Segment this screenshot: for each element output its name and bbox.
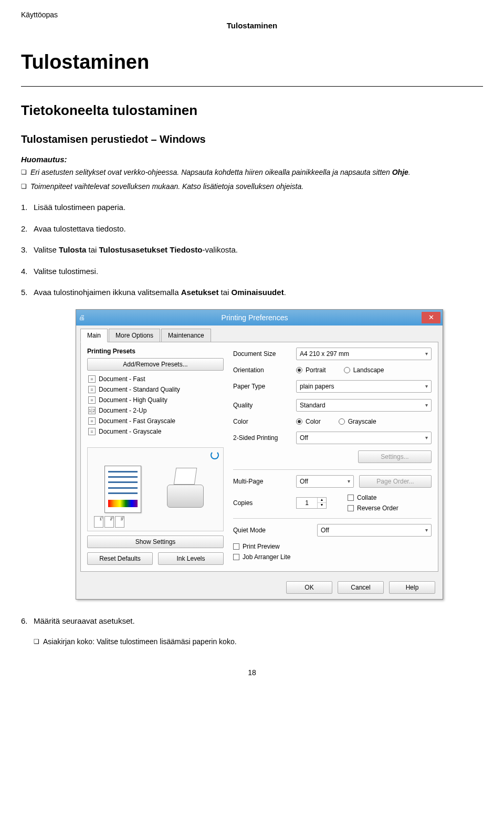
spin-down-icon[interactable]: ▼ <box>318 503 326 508</box>
document-icon: ≡ <box>88 396 96 404</box>
step6-bullet: Asiakirjan koko: Valitse tulostimeen lis… <box>34 636 483 647</box>
list-item[interactable]: ≡Document - High Quality <box>87 395 224 405</box>
document-icon: ≡ <box>88 417 96 425</box>
preset-list: ≡Document - Fast ≡Document - Standard Qu… <box>87 374 224 437</box>
two-up-icon: 1|2 <box>88 407 96 414</box>
radio-landscape[interactable]: Landscape <box>344 366 384 374</box>
chevron-down-icon: ▾ <box>425 527 428 533</box>
step-4: 4.Valitse tulostimesi. <box>21 266 483 278</box>
list-item[interactable]: ≡Document - Fast <box>87 374 224 384</box>
heading-h1: Tulostaminen <box>21 51 483 74</box>
select-quality[interactable]: Standard▾ <box>296 399 432 412</box>
check-collate[interactable]: Collate <box>348 494 376 501</box>
list-item[interactable]: ≡Document - Grayscale <box>87 426 224 437</box>
manual-name: Käyttöopas <box>21 10 483 19</box>
settings-button[interactable]: Settings... <box>358 450 432 463</box>
ink-levels-button[interactable]: Ink Levels <box>158 552 224 565</box>
step-6: 6.Määritä seuraavat asetukset. <box>21 615 483 627</box>
chevron-down-icon: ▾ <box>425 351 428 356</box>
radio-grayscale[interactable]: Grayscale <box>339 418 376 425</box>
check-reverse-order[interactable]: Reverse Order <box>348 505 398 512</box>
show-settings-button[interactable]: Show Settings <box>87 536 224 548</box>
tab-maintenance[interactable]: Maintenance <box>161 329 211 342</box>
check-job-arranger[interactable]: Job Arranger Lite <box>233 553 432 561</box>
label-multi-page: Multi-Page <box>233 478 291 485</box>
label-color: Color <box>233 418 291 425</box>
preview-page-icon <box>104 466 141 513</box>
select-document-size[interactable]: A4 210 x 297 mm▾ <box>296 348 432 360</box>
cancel-button[interactable]: Cancel <box>338 581 384 594</box>
ok-button[interactable]: OK <box>286 581 332 594</box>
tab-content: Printing Presets Add/Remove Presets... ≡… <box>80 342 438 572</box>
chevron-down-icon: ▾ <box>425 383 428 389</box>
tab-bar: Main More Options Maintenance <box>76 326 443 342</box>
dialog-titlebar: 🖨 Printing Preferences ✕ <box>76 310 443 326</box>
preview-panel: 123 <box>87 447 224 531</box>
step-1: 1.Lisää tulostimeen paperia. <box>21 202 483 214</box>
select-quiet-mode[interactable]: Off▾ <box>317 524 432 537</box>
page-number: 18 <box>21 668 483 677</box>
select-multi-page[interactable]: Off▾ <box>296 475 354 488</box>
document-icon: ≡ <box>88 375 96 383</box>
close-button[interactable]: ✕ <box>422 312 440 323</box>
radio-color[interactable]: Color <box>296 418 321 425</box>
refresh-icon[interactable] <box>211 451 219 459</box>
printer-icon <box>164 471 206 508</box>
select-two-sided[interactable]: Off▾ <box>296 432 432 444</box>
list-item[interactable]: 1|2Document - 2-Up <box>87 405 224 416</box>
label-copies: Copies <box>233 499 291 507</box>
note-bullet: Toimenpiteet vaihtelevat sovelluksen muk… <box>21 181 483 192</box>
page-order-button[interactable]: Page Order... <box>359 475 432 488</box>
chevron-down-icon: ▾ <box>425 435 428 440</box>
step-2: 2.Avaa tulostettava tiedosto. <box>21 223 483 235</box>
label-two-sided: 2-Sided Printing <box>233 434 291 442</box>
check-print-preview[interactable]: Print Preview <box>233 543 432 550</box>
printing-preferences-dialog: 🖨 Printing Preferences ✕ Main More Optio… <box>76 309 443 600</box>
help-button[interactable]: Help <box>389 581 435 594</box>
dialog-title: Printing Preferences <box>88 313 422 322</box>
select-paper-type[interactable]: plain papers▾ <box>296 380 432 393</box>
heading-rule <box>21 86 483 87</box>
list-item[interactable]: ≡Document - Standard Quality <box>87 384 224 395</box>
label-orientation: Orientation <box>233 366 291 374</box>
note-bullet: Eri asetusten selitykset ovat verkko-ohj… <box>21 167 483 178</box>
label-document-size: Document Size <box>233 350 291 358</box>
label-paper-type: Paper Type <box>233 383 291 390</box>
chevron-down-icon: ▾ <box>425 402 428 408</box>
note-label: Huomautus: <box>21 155 483 164</box>
spin-copies[interactable]: 1 ▲▼ <box>296 497 327 509</box>
add-remove-presets-button[interactable]: Add/Remove Presets... <box>87 358 224 371</box>
label-quality: Quality <box>233 402 291 409</box>
step-3: 3.Valitse Tulosta tai Tulostusasetukset … <box>21 244 483 256</box>
step-5: 5.Avaa tulostinohjaimen ikkuna valitsema… <box>21 287 483 299</box>
label-quiet-mode: Quiet Mode <box>233 527 312 534</box>
radio-portrait[interactable]: Portrait <box>296 366 326 374</box>
presets-label: Printing Presets <box>87 348 224 355</box>
tab-more-options[interactable]: More Options <box>109 329 160 342</box>
heading-h2: Tietokoneelta tulostaminen <box>21 102 483 119</box>
dialog-footer: OK Cancel Help <box>76 576 443 599</box>
list-item[interactable]: ≡Document - Fast Grayscale <box>87 416 224 426</box>
close-icon: ✕ <box>428 313 434 321</box>
printer-icon: 🖨 <box>76 314 88 321</box>
page-stack-icon: 123 <box>94 516 124 528</box>
tab-main[interactable]: Main <box>80 329 108 342</box>
heading-h3: Tulostamisen perustiedot – Windows <box>21 133 483 145</box>
section-title: Tulostaminen <box>21 21 483 30</box>
spin-up-icon[interactable]: ▲ <box>318 498 326 503</box>
document-icon: ≡ <box>88 386 96 393</box>
chevron-down-icon: ▾ <box>348 478 350 484</box>
reset-defaults-button[interactable]: Reset Defaults <box>87 552 153 565</box>
document-icon: ≡ <box>88 428 96 435</box>
